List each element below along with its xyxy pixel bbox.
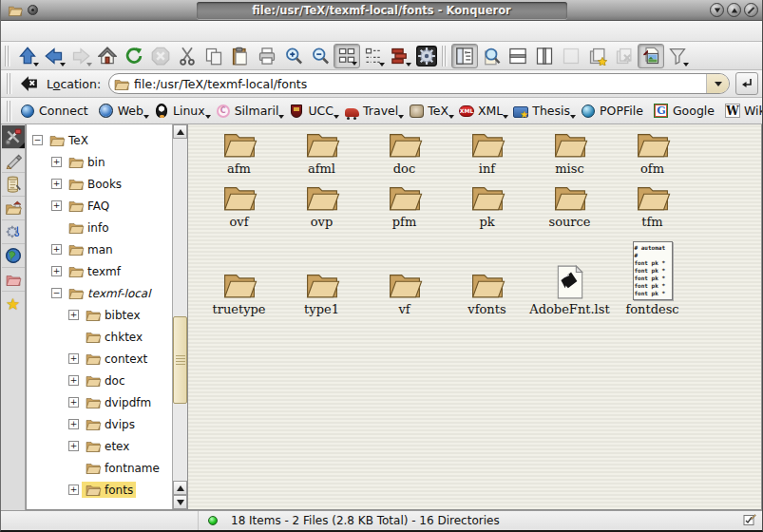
pencil-icon[interactable] xyxy=(2,149,25,173)
bookmark-item[interactable]: POPFile xyxy=(577,102,650,121)
tree-item[interactable]: fontname xyxy=(27,457,172,479)
clear-location-button[interactable] xyxy=(16,71,43,96)
scroll-up-button[interactable] xyxy=(173,124,187,139)
tree-item[interactable]: + texmf xyxy=(27,260,172,282)
reload-button[interactable] xyxy=(121,44,147,68)
tree-item[interactable]: + dvipdfm xyxy=(27,391,172,413)
menu-item[interactable] xyxy=(60,29,75,33)
menu-item[interactable] xyxy=(94,29,109,33)
menu-item[interactable] xyxy=(9,29,24,33)
file-item[interactable]: pfm xyxy=(363,178,446,231)
location-value[interactable]: file:/usr/TeX/texmf-local/fonts xyxy=(134,77,706,91)
tree-expander[interactable]: + xyxy=(68,353,79,364)
scrollbar-thumb[interactable] xyxy=(173,316,187,404)
file-item[interactable]: doc xyxy=(363,124,446,178)
file-item[interactable]: AdobeFnt.lst xyxy=(528,231,611,318)
scroll-down-button[interactable] xyxy=(173,495,187,509)
image-preview-button[interactable] xyxy=(638,44,664,68)
print-button[interactable] xyxy=(254,44,280,68)
split-view-top-bottom-button[interactable] xyxy=(505,44,531,68)
file-item[interactable]: ovp xyxy=(280,178,363,231)
tree-expander[interactable]: + xyxy=(68,310,79,320)
navigation-panel-button[interactable] xyxy=(451,44,478,68)
bookmark-item[interactable]: UCC xyxy=(285,102,340,121)
bookmark-item[interactable]: Web xyxy=(95,102,150,121)
tree-scrollbar[interactable] xyxy=(172,124,187,509)
tree-expander[interactable]: + xyxy=(68,441,79,451)
tree-expander[interactable]: − xyxy=(51,288,62,298)
file-item[interactable]: ovf xyxy=(198,178,280,231)
tree-item[interactable]: + Books xyxy=(27,173,172,195)
close-button[interactable] xyxy=(744,3,758,17)
file-item[interactable]: ofm xyxy=(611,124,694,178)
minimize-button[interactable] xyxy=(710,3,724,17)
tree-expander[interactable]: + xyxy=(51,244,62,255)
bookmark-item[interactable]: W Wikipedia xyxy=(721,102,762,121)
location-input[interactable]: file:/usr/TeX/texmf-local/fonts xyxy=(108,73,730,94)
file-item[interactable]: vfonts xyxy=(446,231,528,318)
file-item[interactable]: afm xyxy=(198,124,280,178)
detailed-view-button[interactable] xyxy=(387,44,413,68)
tree-item[interactable]: + context xyxy=(27,348,172,370)
location-dropdown-button[interactable] xyxy=(706,74,729,93)
tree-item[interactable]: info xyxy=(27,217,172,238)
window-folder-icon[interactable] xyxy=(8,4,23,17)
cut-button[interactable] xyxy=(174,44,200,68)
bookmark-item[interactable]: TeX xyxy=(405,102,455,121)
close-tab-button[interactable] xyxy=(611,44,638,68)
split-view-left-right-button[interactable] xyxy=(531,44,558,68)
statusbar-grip-icon[interactable] xyxy=(743,513,756,529)
bookmarks-star-icon[interactable]: ★ xyxy=(2,292,25,315)
tree-item[interactable]: + bin xyxy=(27,151,172,173)
bookmark-item[interactable]: Connect xyxy=(16,102,95,121)
bookmark-item[interactable]: Linux xyxy=(150,102,212,121)
file-item[interactable]: type1 xyxy=(280,231,363,318)
tree-expander[interactable]: + xyxy=(51,200,62,211)
menu-item[interactable] xyxy=(111,29,126,33)
tree-item[interactable]: chktex xyxy=(27,326,172,348)
menu-item[interactable] xyxy=(77,29,92,33)
back-button[interactable] xyxy=(41,44,67,68)
tree-item[interactable]: + bibtex xyxy=(27,304,172,326)
file-item[interactable]: # automat # font pk * font pk * font pk … xyxy=(611,231,694,318)
stop-button[interactable] xyxy=(147,44,174,68)
up-button[interactable] xyxy=(14,44,41,68)
tree-item[interactable]: + etex xyxy=(27,435,172,457)
bookmark-item[interactable]: Thesis xyxy=(509,102,577,121)
tree-item[interactable]: + dvips xyxy=(27,413,172,435)
history-scroll-icon[interactable] xyxy=(2,173,25,197)
tree-expander[interactable]: + xyxy=(51,266,62,276)
title-bar[interactable]: file:/usr/TeX/texmf-local/fonts - Konque… xyxy=(1,0,762,21)
zoom-in-button[interactable] xyxy=(280,44,307,68)
tree-expander[interactable]: + xyxy=(68,397,79,408)
konqueror-gear-button[interactable] xyxy=(413,44,440,68)
tree-item[interactable]: + doc xyxy=(27,370,172,391)
sticky-pin-button[interactable] xyxy=(28,5,38,15)
filter-button[interactable] xyxy=(664,44,691,68)
bookmark-item[interactable]: C Silmaril xyxy=(212,102,286,121)
file-item[interactable]: vf xyxy=(363,231,446,318)
maximize-button[interactable] xyxy=(727,3,741,17)
file-item[interactable]: misc xyxy=(528,124,611,178)
menu-item[interactable] xyxy=(128,29,143,33)
new-tab-button[interactable] xyxy=(584,44,611,68)
toolbar-handle[interactable] xyxy=(442,46,448,66)
tree-item[interactable]: + man xyxy=(27,238,172,260)
toolbar-handle[interactable] xyxy=(7,73,12,94)
network-globe-icon[interactable] xyxy=(2,244,25,268)
menu-item[interactable] xyxy=(43,29,58,33)
tree-expander[interactable]: + xyxy=(51,157,62,167)
toolbar-handle[interactable] xyxy=(7,101,12,122)
home-button[interactable] xyxy=(94,44,121,68)
go-button[interactable] xyxy=(735,72,758,95)
tree-item[interactable]: − texmf-local xyxy=(27,282,172,304)
find-file-button[interactable] xyxy=(478,44,505,68)
copy-button[interactable] xyxy=(200,44,227,68)
tree-expander[interactable]: + xyxy=(51,179,62,189)
system-tools-icon[interactable] xyxy=(2,125,25,149)
bookmark-item[interactable]: XML XML xyxy=(455,102,509,121)
file-item[interactable]: truetype xyxy=(198,231,280,318)
text-view-button[interactable] xyxy=(360,44,387,68)
tree-expander[interactable]: + xyxy=(68,419,79,429)
tree-item[interactable]: + fonts xyxy=(27,479,172,501)
